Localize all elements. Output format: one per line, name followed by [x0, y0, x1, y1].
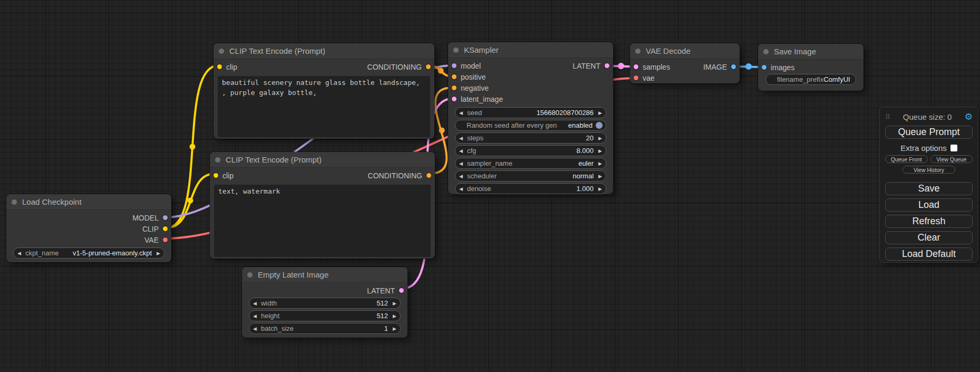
latent-output-port[interactable] — [605, 63, 609, 68]
node-clip-text-encode-positive[interactable]: CLIP Text Encode (Prompt) clip CONDITION… — [214, 43, 434, 139]
scheduler-widget[interactable]: ◀ scheduler normal ▶ — [455, 170, 606, 182]
prev-value-arrow-icon[interactable]: ◀ — [253, 313, 257, 319]
vae-input-port[interactable] — [634, 75, 638, 80]
node-title-bar[interactable]: Empty Latent Image — [242, 267, 407, 283]
node-collapse-dot[interactable] — [219, 49, 224, 54]
image-output-port[interactable] — [731, 64, 736, 69]
load-button[interactable]: Load — [885, 198, 973, 212]
clip-input-label: clip — [226, 63, 237, 71]
queue-size-label: Queue size: 0 — [890, 112, 965, 121]
batch-size-widget[interactable]: ◀ batch_size 1 ▶ — [249, 323, 401, 334]
next-value-arrow-icon[interactable]: ▶ — [598, 186, 602, 192]
model-input-port[interactable] — [452, 63, 457, 68]
random-seed-toggle-widget[interactable]: Random seed after every gen enabled — [455, 120, 606, 131]
node-title-bar[interactable]: KSampler — [448, 42, 613, 58]
drag-handle-icon[interactable]: ⠿ — [885, 113, 890, 121]
ckpt-name-widget[interactable]: ◀ ckpt_name v1-5-pruned-emaonly.ckpt ▶ — [13, 247, 164, 259]
clip-input-port[interactable] — [217, 64, 222, 69]
next-value-arrow-icon[interactable]: ▶ — [157, 251, 160, 256]
conditioning-output-port[interactable] — [426, 173, 431, 178]
toggle-state-icon[interactable] — [596, 122, 603, 129]
denoise-widget[interactable]: ◀ denoise 1.000 ▶ — [455, 183, 606, 194]
prev-value-arrow-icon[interactable]: ◀ — [253, 326, 257, 331]
node-title: KSampler — [464, 45, 499, 54]
view-queue-button[interactable]: View Queue — [930, 155, 973, 163]
negative-input-port[interactable] — [452, 85, 457, 90]
next-value-arrow-icon[interactable]: ▶ — [598, 110, 602, 116]
node-title-bar[interactable]: Load Checkpoint — [6, 194, 171, 210]
vae-output-port[interactable] — [163, 237, 168, 242]
view-history-button[interactable]: View History — [903, 166, 955, 174]
sampler-name-widget[interactable]: ◀ sampler_name euler ▶ — [455, 158, 606, 169]
images-input-label: images — [771, 63, 794, 72]
clip-input-label: clip — [222, 171, 234, 180]
clear-button[interactable]: Clear — [885, 231, 973, 244]
positive-prompt-textarea[interactable]: beautiful scenery nature glass bottle la… — [218, 76, 430, 137]
node-ksampler[interactable]: KSampler model LATENT positive negative — [448, 42, 613, 194]
prev-value-arrow-icon[interactable]: ◀ — [459, 110, 463, 116]
steps-widget[interactable]: ◀ steps 20 ▶ — [455, 132, 606, 144]
image-output-label: IMAGE — [703, 63, 727, 71]
samples-input-port[interactable] — [634, 64, 638, 69]
vae-input-label: vae — [643, 74, 655, 82]
node-vae-decode[interactable]: VAE Decode samples IMAGE vae — [630, 43, 740, 83]
node-collapse-dot[interactable] — [635, 49, 641, 54]
clip-input-port[interactable] — [214, 173, 218, 178]
cfg-widget[interactable]: ◀ cfg 8.000 ▶ — [455, 145, 606, 156]
node-title: CLIP Text Encode (Prompt) — [226, 155, 322, 164]
latent-image-input-label: latent_image — [461, 95, 503, 103]
queue-prompt-button[interactable]: Queue Prompt — [885, 126, 973, 139]
next-value-arrow-icon[interactable]: ▶ — [598, 148, 602, 154]
positive-input-port[interactable] — [452, 74, 457, 79]
prev-value-arrow-icon[interactable]: ◀ — [459, 136, 463, 141]
next-value-arrow-icon[interactable]: ▶ — [393, 326, 396, 331]
node-empty-latent-image[interactable]: Empty Latent Image LATENT ◀ width 512 ▶ … — [242, 267, 407, 338]
save-button[interactable]: Save — [885, 182, 973, 195]
conditioning-output-port[interactable] — [426, 64, 431, 69]
next-value-arrow-icon[interactable]: ▶ — [598, 136, 602, 141]
node-collapse-dot[interactable] — [763, 49, 769, 54]
model-output-port[interactable] — [163, 215, 168, 220]
node-save-image[interactable]: Save Image images filename_prefix ComfyU… — [758, 44, 863, 91]
next-value-arrow-icon[interactable]: ▶ — [598, 161, 602, 166]
node-collapse-dot[interactable] — [453, 47, 459, 53]
prev-value-arrow-icon[interactable]: ◀ — [253, 301, 257, 306]
queue-front-button[interactable]: Queue Front — [885, 155, 928, 163]
height-widget[interactable]: ◀ height 512 ▶ — [249, 310, 401, 321]
refresh-button[interactable]: Refresh — [885, 215, 973, 228]
extra-options-checkbox[interactable] — [950, 145, 957, 151]
prev-value-arrow-icon[interactable]: ◀ — [459, 174, 463, 179]
latent-output-port[interactable] — [399, 288, 404, 293]
load-default-button[interactable]: Load Default — [885, 247, 973, 261]
images-input-port[interactable] — [762, 65, 766, 70]
next-value-arrow-icon[interactable]: ▶ — [393, 313, 396, 319]
width-widget[interactable]: ◀ width 512 ▶ — [249, 298, 401, 309]
prev-value-arrow-icon[interactable]: ◀ — [459, 186, 463, 192]
node-collapse-dot[interactable] — [12, 199, 17, 205]
node-title-bar[interactable]: CLIP Text Encode (Prompt) — [210, 152, 435, 168]
model-output-label: MODEL — [132, 214, 159, 222]
node-collapse-dot[interactable] — [215, 157, 220, 163]
seed-widget[interactable]: ◀ seed 156680208700286 ▶ — [455, 107, 606, 118]
negative-prompt-textarea[interactable]: text, watermark — [214, 185, 431, 257]
next-value-arrow-icon[interactable]: ▶ — [393, 301, 396, 306]
prev-value-arrow-icon[interactable]: ◀ — [459, 161, 463, 166]
node-title-bar[interactable]: VAE Decode — [630, 43, 740, 59]
node-title-bar[interactable]: Save Image — [758, 44, 863, 60]
clip-output-port[interactable] — [163, 226, 168, 231]
node-title: Save Image — [774, 47, 816, 56]
node-clip-text-encode-negative[interactable]: CLIP Text Encode (Prompt) clip CONDITION… — [210, 152, 435, 259]
negative-input-label: negative — [461, 84, 489, 92]
node-load-checkpoint[interactable]: Load Checkpoint MODEL CLIP VAE ◀ ckpt_na… — [6, 194, 171, 262]
node-title-bar[interactable]: CLIP Text Encode (Prompt) — [214, 43, 434, 59]
node-graph-canvas[interactable]: Load Checkpoint MODEL CLIP VAE ◀ ckpt_na… — [0, 0, 980, 372]
prev-value-arrow-icon[interactable]: ◀ — [17, 251, 21, 256]
node-title: Empty Latent Image — [258, 270, 328, 279]
gear-icon[interactable]: ⚙ — [965, 112, 973, 121]
prev-value-arrow-icon[interactable]: ◀ — [459, 148, 463, 154]
next-value-arrow-icon[interactable]: ▶ — [598, 174, 602, 179]
latent-image-input-port[interactable] — [452, 97, 457, 101]
positive-input-label: positive — [461, 73, 486, 81]
node-collapse-dot[interactable] — [247, 272, 253, 278]
filename-prefix-widget[interactable]: filename_prefix ComfyUI — [765, 74, 856, 85]
